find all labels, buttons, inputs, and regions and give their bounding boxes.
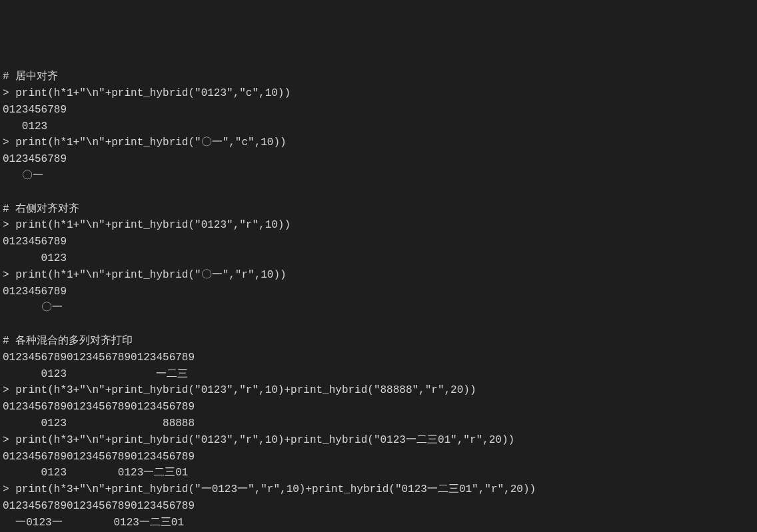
terminal-line: 0123 — [0, 250, 757, 267]
terminal-output: # 居中对齐> print(h*1+"\n"+print_hybrid("012… — [0, 69, 757, 531]
terminal-line — [0, 316, 757, 333]
terminal-line: 〇一 — [0, 300, 757, 316]
terminal-line: > print(h*1+"\n"+print_hybrid("0123","r"… — [0, 217, 757, 234]
terminal-line: 0123456789 — [0, 234, 757, 250]
terminal-line: 012345678901234567890123456789 — [0, 498, 757, 515]
terminal-line: 012345678901234567890123456789 — [0, 399, 757, 415]
terminal-line: > print(h*1+"\n"+print_hybrid("〇一","c",1… — [0, 134, 757, 151]
terminal-line: > print(h*1+"\n"+print_hybrid("〇一","r",1… — [0, 267, 757, 284]
terminal-line: 0123 一二三 — [0, 366, 757, 383]
terminal-line — [0, 184, 757, 201]
terminal-line: 0123 0123一二三01 — [0, 465, 757, 481]
terminal-line: # 居中对齐 — [0, 69, 757, 85]
terminal-line: 0123456789 — [0, 284, 757, 300]
terminal-line: 0123 88888 — [0, 415, 757, 432]
terminal-line: 0123456789 — [0, 151, 757, 168]
terminal-line: > print(h*1+"\n"+print_hybrid("0123","c"… — [0, 85, 757, 102]
terminal-line: > print(h*3+"\n"+print_hybrid("0123","r"… — [0, 382, 757, 399]
terminal-line: > print(h*3+"\n"+print_hybrid("0123","r"… — [0, 432, 757, 449]
terminal-line: # 各种混合的多列对齐打印 — [0, 333, 757, 350]
terminal-line: 012345678901234567890123456789 — [0, 449, 757, 465]
terminal-line: 〇一 — [0, 168, 757, 184]
terminal-line: 012345678901234567890123456789 — [0, 350, 757, 366]
terminal-line: 0123456789 — [0, 102, 757, 119]
terminal-line: 一0123一 0123一二三01 — [0, 515, 757, 531]
terminal-line: > print(h*3+"\n"+print_hybrid("一0123一","… — [0, 481, 757, 498]
terminal-line: 0123 — [0, 119, 757, 135]
terminal-line: # 右侧对齐对齐 — [0, 201, 757, 218]
